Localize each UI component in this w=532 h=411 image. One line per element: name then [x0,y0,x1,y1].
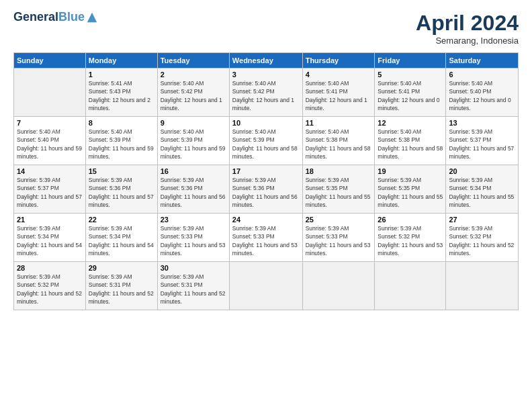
cell-w0-d4: 4 Sunrise: 5:40 AM Sunset: 5:41 PM Dayli… [302,68,375,117]
day-info: Sunrise: 5:39 AM Sunset: 5:34 PM Dayligh… [449,176,515,209]
day-info: Sunrise: 5:40 AM Sunset: 5:41 PM Dayligh… [306,79,372,112]
cell-w1-d1: 8 Sunrise: 5:40 AM Sunset: 5:39 PM Dayli… [85,117,157,165]
page: GeneralBlue April 2024 Semarang, Indones… [0,0,532,411]
day-info: Sunrise: 5:39 AM Sunset: 5:31 PM Dayligh… [89,273,154,306]
cell-w2-d0: 14 Sunrise: 5:39 AM Sunset: 5:37 PM Dayl… [14,165,86,214]
day-number: 26 [378,216,443,224]
day-number: 25 [306,216,372,224]
day-info: Sunrise: 5:39 AM Sunset: 5:32 PM Dayligh… [449,224,515,257]
col-wednesday: Wednesday [229,53,302,68]
header-row: Sunday Monday Tuesday Wednesday Thursday… [14,53,519,68]
cell-w0-d0 [14,68,86,117]
col-saturday: Saturday [446,53,519,68]
svg-marker-0 [87,13,97,22]
day-number: 5 [378,71,443,79]
cell-w4-d2: 30 Sunrise: 5:39 AM Sunset: 5:31 PM Dayl… [157,262,229,310]
cell-w3-d6: 27 Sunrise: 5:39 AM Sunset: 5:32 PM Dayl… [446,214,519,262]
month-title: April 2024 [416,11,519,36]
col-sunday: Sunday [14,53,86,68]
cell-w3-d5: 26 Sunrise: 5:39 AM Sunset: 5:32 PM Dayl… [375,214,446,262]
day-info: Sunrise: 5:40 AM Sunset: 5:40 PM Dayligh… [449,79,515,112]
day-info: Sunrise: 5:40 AM Sunset: 5:42 PM Dayligh… [232,79,300,112]
col-friday: Friday [375,53,446,68]
day-number: 15 [89,167,154,175]
cell-w1-d0: 7 Sunrise: 5:40 AM Sunset: 5:40 PM Dayli… [14,117,86,165]
day-info: Sunrise: 5:40 AM Sunset: 5:40 PM Dayligh… [17,128,83,161]
day-number: 2 [161,71,226,79]
day-number: 21 [17,216,83,224]
day-number: 20 [449,167,515,175]
day-info: Sunrise: 5:39 AM Sunset: 5:37 PM Dayligh… [17,176,83,209]
cell-w0-d1: 1 Sunrise: 5:41 AM Sunset: 5:43 PM Dayli… [85,68,157,117]
cell-w3-d4: 25 Sunrise: 5:39 AM Sunset: 5:33 PM Dayl… [302,214,375,262]
cell-w4-d5 [375,262,446,310]
day-info: Sunrise: 5:39 AM Sunset: 5:33 PM Dayligh… [161,224,226,257]
cell-w2-d2: 16 Sunrise: 5:39 AM Sunset: 5:36 PM Dayl… [157,165,229,214]
cell-w3-d2: 23 Sunrise: 5:39 AM Sunset: 5:33 PM Dayl… [157,214,229,262]
logo: GeneralBlue [13,11,98,24]
day-info: Sunrise: 5:39 AM Sunset: 5:36 PM Dayligh… [89,176,154,209]
title-block: April 2024 Semarang, Indonesia [416,11,519,46]
day-number: 18 [306,167,372,175]
day-info: Sunrise: 5:39 AM Sunset: 5:34 PM Dayligh… [89,224,154,257]
day-number: 12 [378,119,443,127]
col-thursday: Thursday [302,53,375,68]
day-info: Sunrise: 5:39 AM Sunset: 5:31 PM Dayligh… [161,273,226,306]
cell-w2-d4: 18 Sunrise: 5:39 AM Sunset: 5:35 PM Dayl… [302,165,375,214]
cell-w2-d1: 15 Sunrise: 5:39 AM Sunset: 5:36 PM Dayl… [85,165,157,214]
col-monday: Monday [85,53,157,68]
week-row-1: 7 Sunrise: 5:40 AM Sunset: 5:40 PM Dayli… [14,117,519,165]
cell-w1-d2: 9 Sunrise: 5:40 AM Sunset: 5:39 PM Dayli… [157,117,229,165]
cell-w4-d6 [446,262,519,310]
day-info: Sunrise: 5:40 AM Sunset: 5:38 PM Dayligh… [306,128,372,161]
logo-icon [86,11,98,24]
cell-w0-d3: 3 Sunrise: 5:40 AM Sunset: 5:42 PM Dayli… [229,68,302,117]
cell-w1-d5: 12 Sunrise: 5:40 AM Sunset: 5:38 PM Dayl… [375,117,446,165]
day-number: 8 [89,119,154,127]
day-number: 10 [232,119,300,127]
day-info: Sunrise: 5:39 AM Sunset: 5:35 PM Dayligh… [378,176,443,209]
day-number: 22 [89,216,154,224]
cell-w1-d6: 13 Sunrise: 5:39 AM Sunset: 5:37 PM Dayl… [446,117,519,165]
cell-w4-d4 [302,262,375,310]
calendar-table: Sunday Monday Tuesday Wednesday Thursday… [13,52,519,310]
day-number: 28 [17,264,83,272]
day-number: 30 [161,264,226,272]
cell-w3-d0: 21 Sunrise: 5:39 AM Sunset: 5:34 PM Dayl… [14,214,86,262]
day-number: 29 [89,264,154,272]
day-number: 11 [306,119,372,127]
day-info: Sunrise: 5:39 AM Sunset: 5:36 PM Dayligh… [232,176,300,209]
day-info: Sunrise: 5:40 AM Sunset: 5:41 PM Dayligh… [378,79,443,112]
day-number: 17 [232,167,300,175]
cell-w2-d6: 20 Sunrise: 5:39 AM Sunset: 5:34 PM Dayl… [446,165,519,214]
day-info: Sunrise: 5:40 AM Sunset: 5:39 PM Dayligh… [232,128,300,161]
day-number: 27 [449,216,515,224]
day-number: 9 [161,119,226,127]
cell-w1-d3: 10 Sunrise: 5:40 AM Sunset: 5:39 PM Dayl… [229,117,302,165]
cell-w3-d3: 24 Sunrise: 5:39 AM Sunset: 5:33 PM Dayl… [229,214,302,262]
cell-w1-d4: 11 Sunrise: 5:40 AM Sunset: 5:38 PM Dayl… [302,117,375,165]
day-number: 1 [89,71,154,79]
day-number: 13 [449,119,515,127]
day-number: 4 [306,71,372,79]
day-info: Sunrise: 5:39 AM Sunset: 5:34 PM Dayligh… [17,224,83,257]
day-info: Sunrise: 5:39 AM Sunset: 5:32 PM Dayligh… [378,224,443,257]
day-number: 16 [161,167,226,175]
day-info: Sunrise: 5:41 AM Sunset: 5:43 PM Dayligh… [89,79,154,112]
week-row-2: 14 Sunrise: 5:39 AM Sunset: 5:37 PM Dayl… [14,165,519,214]
cell-w2-d5: 19 Sunrise: 5:39 AM Sunset: 5:35 PM Dayl… [375,165,446,214]
week-row-3: 21 Sunrise: 5:39 AM Sunset: 5:34 PM Dayl… [14,214,519,262]
cell-w0-d2: 2 Sunrise: 5:40 AM Sunset: 5:42 PM Dayli… [157,68,229,117]
col-tuesday: Tuesday [157,53,229,68]
cell-w4-d1: 29 Sunrise: 5:39 AM Sunset: 5:31 PM Dayl… [85,262,157,310]
cell-w3-d1: 22 Sunrise: 5:39 AM Sunset: 5:34 PM Dayl… [85,214,157,262]
calendar-body: 1 Sunrise: 5:41 AM Sunset: 5:43 PM Dayli… [14,68,519,310]
cell-w4-d3 [229,262,302,310]
day-number: 3 [232,71,300,79]
day-number: 7 [17,119,83,127]
cell-w2-d3: 17 Sunrise: 5:39 AM Sunset: 5:36 PM Dayl… [229,165,302,214]
day-info: Sunrise: 5:40 AM Sunset: 5:38 PM Dayligh… [378,128,443,161]
cell-w0-d5: 5 Sunrise: 5:40 AM Sunset: 5:41 PM Dayli… [375,68,446,117]
subtitle: Semarang, Indonesia [416,36,519,46]
day-number: 24 [232,216,300,224]
